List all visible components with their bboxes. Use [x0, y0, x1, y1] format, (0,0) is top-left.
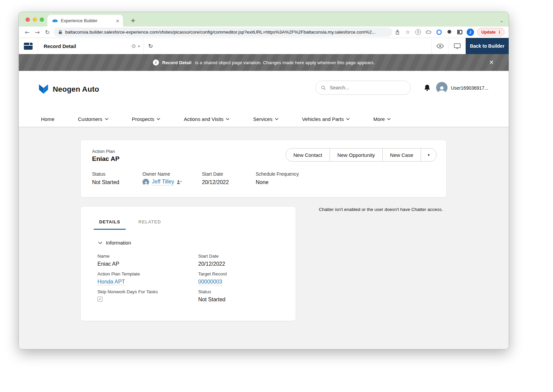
new-case-button[interactable]: New Case	[382, 148, 421, 162]
salesforce-cloud-icon	[52, 19, 58, 23]
site-header: Neogen Auto User169036917...	[19, 71, 509, 111]
skip-nonwork-days-checkbox[interactable]: ✓	[97, 297, 102, 302]
person-icon	[437, 85, 446, 93]
record-details-card: DETAILS RELATED Information Name Eniac A…	[80, 206, 296, 321]
tab-details[interactable]: DETAILS	[94, 219, 126, 230]
status-field: Status Not Started	[198, 289, 296, 303]
change-owner-icon[interactable]	[177, 180, 182, 184]
nav-item-prospects[interactable]: Prospects	[132, 116, 161, 122]
nav-item-vehicles-and-parts[interactable]: Vehicles and Parts	[302, 116, 350, 122]
chrome-update-button[interactable]: Update ⋮	[477, 28, 505, 36]
target-record-field: Target Record 00000003	[198, 271, 296, 285]
record-highlights-card: Action Plan Eniac AP New Contact New Opp…	[80, 140, 446, 198]
chevron-down-icon	[387, 118, 391, 120]
start-date-field: Start Date 20/12/2022	[198, 254, 296, 267]
share-icon[interactable]	[394, 29, 401, 36]
details-tabs: DETAILS RELATED	[81, 207, 296, 230]
nav-item-services[interactable]: Services	[253, 116, 279, 122]
chevron-down-icon	[105, 118, 109, 120]
action-plan-template-field: Action Plan Template Honda APT	[97, 271, 198, 285]
lock-icon	[58, 30, 62, 34]
new-opportunity-button[interactable]: New Opportunity	[330, 148, 383, 162]
chatter-disabled-note: Chatter isn't enabled or the user doesn'…	[319, 207, 460, 212]
notifications-button[interactable]	[424, 84, 430, 93]
close-window-button[interactable]	[26, 17, 30, 22]
browser-profile-avatar[interactable]: J	[467, 29, 474, 36]
bell-icon	[424, 84, 430, 91]
extension-zero-icon[interactable]: 0	[415, 29, 422, 36]
browser-titlebar: Experience Builder × + ⌄	[19, 12, 509, 27]
nav-item-actions-and-visits[interactable]: Actions and Visits	[184, 116, 229, 122]
nav-item-more[interactable]: More	[373, 116, 391, 122]
chevron-down-icon	[275, 118, 279, 120]
traffic-lights	[26, 17, 44, 22]
tab-title: Experience Builder	[61, 18, 113, 23]
site-navigation: Home Customers Prospects Actions and Vis…	[19, 111, 509, 127]
page-dropdown-caret-icon[interactable]: ▾	[138, 44, 140, 48]
brand-name: Neogen Auto	[53, 85, 99, 94]
page-selector[interactable]: Record Detail ⚙ ▾	[38, 38, 143, 54]
tab-close-icon[interactable]: ×	[116, 18, 120, 24]
new-contact-button[interactable]: New Contact	[286, 148, 330, 162]
page-name: Record Detail	[44, 43, 76, 49]
device-view-button[interactable]	[449, 38, 466, 54]
action-plan-template-link[interactable]: Honda APT	[97, 279, 125, 285]
chevron-down-icon	[226, 118, 229, 120]
browser-back-button[interactable]: ←	[22, 28, 32, 37]
record-actions: New Contact New Opportunity New Case ▾	[286, 148, 437, 162]
builder-toolbar: Record Detail ⚙ ▾ ↻ Bac	[19, 38, 509, 54]
section-title: Information	[106, 240, 131, 246]
browser-window: Experience Builder × + ⌄ ← → ↻ baltacons…	[18, 12, 509, 349]
extension-cloud-icon[interactable]	[425, 29, 432, 36]
banner-message: is a shared object page variation. Chang…	[195, 60, 375, 65]
more-actions-button[interactable]: ▾	[421, 148, 437, 162]
tab-search-icon[interactable]: ⌄	[500, 18, 503, 23]
browser-refresh-button[interactable]: ↻	[42, 28, 52, 37]
reading-list-icon[interactable]	[456, 29, 464, 36]
check-icon: ✓	[98, 297, 101, 301]
url-text: baltaconsia.builder.salesforce-experienc…	[65, 30, 376, 35]
target-record-link[interactable]: 00000003	[198, 279, 222, 285]
banner-close-icon[interactable]: ×	[489, 59, 494, 66]
zoom-window-button[interactable]	[40, 17, 44, 22]
site-search[interactable]	[315, 81, 411, 95]
person-icon	[143, 181, 148, 185]
user-avatar[interactable]	[436, 82, 448, 93]
browser-actions: ☆ 0 J Update ⋮	[394, 28, 505, 36]
banner-title: Record Detail	[162, 60, 192, 65]
detail-fields: Name Eniac AP Start Date 20/12/2022 Acti…	[97, 254, 296, 307]
information-section-header[interactable]: Information	[98, 240, 296, 246]
nav-item-customers[interactable]: Customers	[78, 116, 109, 122]
preview-refresh-button[interactable]: ↻	[143, 38, 158, 54]
owner-link[interactable]: Jeff Tilley	[152, 179, 174, 185]
extension-c-icon[interactable]	[435, 29, 443, 36]
schedule-frequency-field: Schedule Frequency None	[256, 171, 299, 185]
search-input[interactable]	[330, 85, 405, 90]
brand[interactable]: Neogen Auto	[39, 84, 99, 94]
skip-nonwork-days-field: Skip Nonwork Days For Tasks ✓	[97, 289, 198, 303]
pages-menu-button[interactable]	[19, 38, 38, 54]
info-icon: i	[153, 59, 159, 66]
tab-related[interactable]: RELATED	[133, 219, 166, 230]
desktop-monitor-icon	[454, 43, 461, 49]
browser-tab[interactable]: Experience Builder ×	[47, 15, 123, 27]
back-to-builder-button[interactable]: Back to Builder	[466, 38, 509, 54]
chevron-down-icon	[157, 118, 160, 120]
address-bar[interactable]: baltaconsia.builder.salesforce-experienc…	[54, 28, 392, 37]
chrome-menu-icon: ⋮	[498, 30, 502, 35]
minimize-window-button[interactable]	[33, 17, 37, 22]
caret-down-icon: ▾	[428, 153, 430, 157]
page-content: Action Plan Eniac AP New Contact New Opp…	[19, 127, 509, 349]
new-tab-button[interactable]: +	[129, 16, 137, 24]
username-label[interactable]: User169036917...	[451, 85, 488, 91]
extensions-puzzle-icon[interactable]	[446, 29, 453, 36]
shared-page-banner: i Record Detail is a shared object page …	[19, 54, 509, 71]
preview-button[interactable]	[432, 38, 449, 54]
owner-field: Owner Name Jeff Tilley	[142, 171, 202, 185]
page-settings-gear-icon[interactable]: ⚙	[131, 43, 136, 49]
bookmark-star-icon[interactable]: ☆	[404, 29, 412, 36]
nav-item-home[interactable]: Home	[41, 116, 54, 122]
browser-forward-button[interactable]: →	[32, 28, 42, 37]
neogen-logo-icon	[39, 84, 48, 94]
name-field: Name Eniac AP	[97, 254, 198, 267]
